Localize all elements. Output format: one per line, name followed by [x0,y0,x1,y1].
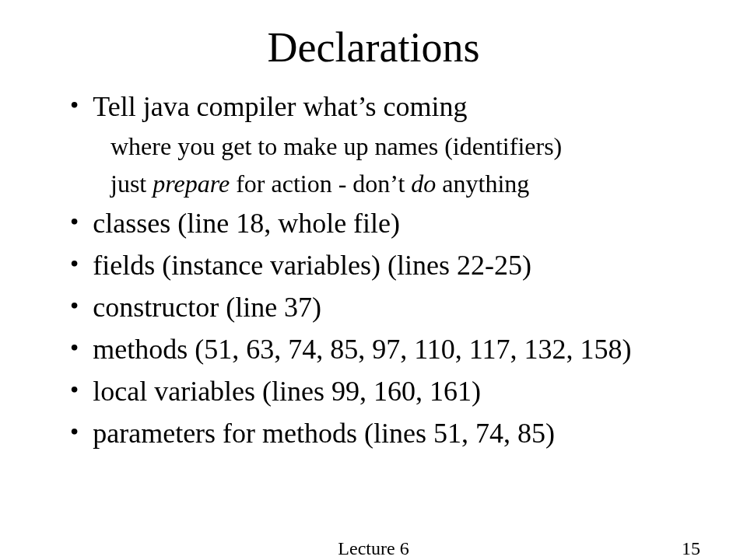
bullet-text: classes (line 18, whole file) [93,202,400,244]
bullet-item: • local variables (lines 99, 160, 161) [70,370,716,412]
bullet-item: • classes (line 18, whole file) [70,202,716,244]
bullet-item: • Tell java compiler what’s coming [70,86,716,128]
bullet-mark: • [70,370,79,410]
sub-item: just prepare for action - don’t do anyth… [70,165,716,202]
sub-text-post: anything [436,170,529,198]
bullet-mark: • [70,328,79,368]
footer-page-number: 15 [682,538,700,559]
sub-text-mid: for action - don’t [230,170,411,198]
footer-lecture: Lecture 6 [338,538,409,559]
bullet-text: fields (instance variables) (lines 22-25… [93,244,531,286]
bullet-text: local variables (lines 99, 160, 161) [93,370,481,412]
bullet-text: methods (51, 63, 74, 85, 97, 110, 117, 1… [93,328,631,370]
sub-text-italic: prepare [153,170,230,198]
bullet-text: parameters for methods (lines 51, 74, 85… [93,412,555,454]
bullet-text: Tell java compiler what’s coming [93,86,467,128]
sub-text: where you get to make up names (identifi… [110,132,562,160]
bullet-text: constructor (line 37) [93,286,321,328]
bullet-item: • methods (51, 63, 74, 85, 97, 110, 117,… [70,328,716,370]
sub-text-italic: do [411,170,436,198]
bullet-item: • parameters for methods (lines 51, 74, … [70,412,716,454]
bullet-mark: • [70,202,79,242]
slide-content: • Tell java compiler what’s coming where… [31,86,716,454]
bullet-mark: • [70,86,79,125]
sub-text-pre: just [110,170,153,198]
bullet-mark: • [70,412,79,452]
bullet-mark: • [70,286,79,326]
slide-title: Declarations [31,23,716,72]
bullet-item: • fields (instance variables) (lines 22-… [70,244,716,286]
bullet-mark: • [70,244,79,284]
sub-item: where you get to make up names (identifi… [70,128,716,165]
bullet-item: • constructor (line 37) [70,286,716,328]
